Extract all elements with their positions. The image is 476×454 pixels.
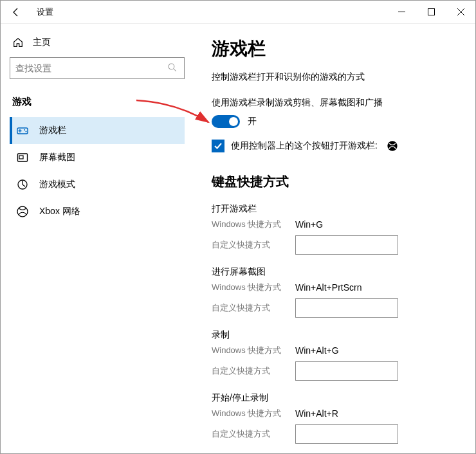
custom-shortcut-label: 自定义快捷方式	[212, 239, 295, 251]
capture-icon	[16, 151, 29, 164]
shortcut-title: 录制	[212, 329, 457, 341]
custom-shortcut-label: 自定义快捷方式	[212, 302, 295, 314]
shortcut-value: Win+Alt+G	[295, 345, 339, 356]
custom-shortcut-input[interactable]	[295, 424, 398, 444]
svg-point-1	[169, 64, 174, 69]
toggle-state-label: 开	[248, 116, 257, 127]
maximize-button[interactable]	[416, 2, 446, 23]
sidebar-item-label: 游戏模式	[39, 179, 75, 190]
checkbox-label: 使用控制器上的这个按钮打开游戏栏:	[231, 140, 378, 152]
sidebar-item-label: 游戏栏	[39, 125, 66, 136]
gamebar-toggle[interactable]	[212, 115, 240, 128]
controller-checkbox[interactable]	[212, 140, 224, 152]
custom-shortcut-input[interactable]	[295, 298, 398, 318]
toggle-description: 使用游戏栏录制游戏剪辑、屏幕截图和广播	[212, 97, 457, 109]
custom-shortcut-input[interactable]	[295, 361, 398, 381]
sidebar-item-captures[interactable]: 屏幕截图	[10, 144, 185, 171]
shortcut-title: 进行屏幕截图	[212, 266, 457, 278]
xbox-icon	[16, 205, 29, 218]
shortcut-title: 打开游戏栏	[212, 203, 457, 215]
window-title: 设置	[37, 6, 53, 18]
custom-shortcut-label: 自定义快捷方式	[212, 365, 295, 377]
sidebar-item-label: Xbox 网络	[39, 206, 80, 217]
svg-point-4	[26, 131, 27, 132]
sidebar-item-gamebar[interactable]: 游戏栏	[10, 117, 185, 144]
sidebar-item-xbox-networking[interactable]: Xbox 网络	[10, 198, 185, 225]
settings-window: 设置 主页 游戏 游戏	[0, 0, 476, 454]
body: 主页 游戏 游戏栏 屏幕截图	[1, 24, 475, 453]
gamemode-icon	[16, 178, 29, 191]
windows-shortcut-label: Windows 快捷方式	[212, 219, 295, 230]
shortcut-value: Win+Alt+PrtScrn	[295, 282, 362, 293]
svg-rect-6	[19, 156, 23, 159]
sidebar: 主页 游戏 游戏栏 屏幕截图	[1, 24, 194, 453]
home-link[interactable]: 主页	[10, 33, 185, 57]
controller-checkbox-row: 使用控制器上的这个按钮打开游戏栏:	[212, 140, 457, 152]
custom-shortcut-input[interactable]	[295, 235, 398, 255]
shortcut-group-open-gamebar: 打开游戏栏 Windows 快捷方式 Win+G 自定义快捷方式	[212, 203, 457, 255]
svg-rect-0	[428, 9, 434, 15]
svg-point-3	[24, 129, 25, 131]
shortcut-value: Win+Alt+R	[295, 408, 338, 419]
minimize-button[interactable]	[387, 2, 416, 23]
search-icon	[167, 62, 179, 74]
search-box[interactable]	[10, 57, 185, 79]
xbox-button-icon	[387, 140, 398, 152]
windows-shortcut-label: Windows 快捷方式	[212, 345, 295, 356]
shortcut-group-screenshot: 进行屏幕截图 Windows 快捷方式 Win+Alt+PrtScrn 自定义快…	[212, 266, 457, 318]
home-label: 主页	[33, 37, 51, 48]
page-description: 控制游戏栏打开和识别你的游戏的方式	[212, 71, 457, 83]
svg-point-9	[387, 141, 397, 150]
shortcut-group-record: 录制 Windows 快捷方式 Win+Alt+G 自定义快捷方式	[212, 329, 457, 381]
category-label: 游戏	[10, 91, 185, 117]
custom-shortcut-label: 自定义快捷方式	[212, 428, 295, 440]
gamebar-icon	[16, 124, 29, 137]
content-pane: 游戏栏 控制游戏栏打开和识别你的游戏的方式 使用游戏栏录制游戏剪辑、屏幕截图和广…	[194, 24, 475, 453]
sidebar-item-gamemode[interactable]: 游戏模式	[10, 171, 185, 198]
page-title: 游戏栏	[212, 37, 457, 61]
sidebar-item-label: 屏幕截图	[39, 152, 75, 163]
windows-shortcut-label: Windows 快捷方式	[212, 282, 295, 293]
shortcut-group-start-stop: 开始/停止录制 Windows 快捷方式 Win+Alt+R 自定义快捷方式	[212, 392, 457, 444]
back-button[interactable]	[7, 3, 25, 21]
gamebar-toggle-row: 开	[212, 115, 457, 128]
search-input[interactable]	[15, 63, 167, 73]
shortcut-title: 开始/停止录制	[212, 392, 457, 404]
titlebar: 设置	[1, 1, 475, 24]
shortcuts-heading: 键盘快捷方式	[212, 173, 457, 190]
home-icon	[12, 37, 24, 48]
shortcut-value: Win+G	[295, 219, 323, 230]
close-button[interactable]	[446, 2, 475, 23]
svg-point-8	[17, 206, 28, 217]
windows-shortcut-label: Windows 快捷方式	[212, 408, 295, 419]
